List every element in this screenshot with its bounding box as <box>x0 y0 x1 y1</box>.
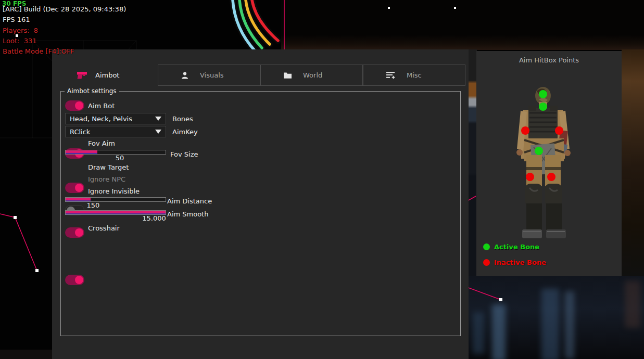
active-bone-dot-icon <box>483 243 490 250</box>
fov-aim-label: Fov Aim <box>88 139 115 147</box>
bone-point-pelvis <box>535 147 543 155</box>
ignore-invisible-toggle[interactable] <box>65 227 84 238</box>
background-bottom-right <box>469 276 644 359</box>
bones-select-value: Head, Neck, Pelvis <box>70 115 155 123</box>
light-streak <box>565 291 574 359</box>
battle-mode-status: Battle Mode [F4]:OFF <box>3 47 74 55</box>
aim-bot-label: Aim Bot <box>88 102 115 110</box>
slider-fill <box>66 150 97 154</box>
legend-inactive-bone: Inactive Bone <box>483 259 546 266</box>
legend-label: Inactive Bone <box>494 259 546 266</box>
hitbox-preview-panel: Aim HitBox Points <box>476 51 622 276</box>
legend-label: Active Bone <box>494 243 539 251</box>
light-streak <box>541 289 559 359</box>
fps-counter: FPS 161 <box>3 16 30 23</box>
aim-distance-label: Aim Distance <box>167 197 212 205</box>
tab-label: Visuals <box>200 71 224 79</box>
pistol-icon <box>77 71 87 79</box>
slider-fill <box>66 211 166 214</box>
tab-world[interactable]: World <box>260 65 363 86</box>
legend-active-bone: Active Bone <box>483 243 539 251</box>
draw-target-label: Draw Target <box>88 163 129 171</box>
loot-counter: Loot: 331 <box>3 37 36 45</box>
chevron-down-icon <box>155 130 161 134</box>
fov-size-label: Fov Size <box>170 150 198 158</box>
bone-point-neck <box>539 102 547 111</box>
draw-target-toggle[interactable] <box>65 183 84 193</box>
aim-smooth-label: Aim Smooth <box>167 210 208 218</box>
tab-label: Aimbot <box>95 71 119 79</box>
crosshair-label: Crosshair <box>88 224 120 232</box>
bones-select[interactable]: Head, Neck, Pelvis <box>65 113 166 124</box>
bone-dot-layer <box>476 51 622 276</box>
background-bottom-left <box>0 350 52 359</box>
aimkey-select-value: RClick <box>70 128 155 136</box>
aim-distance-value: 150 <box>76 201 110 209</box>
person-icon <box>181 71 189 80</box>
tab-visuals[interactable]: Visuals <box>158 65 260 86</box>
tab-aimbot[interactable]: Aimbot <box>68 65 158 86</box>
tab-label: World <box>303 71 322 79</box>
background-right-top <box>281 0 644 50</box>
bones-label: Bones <box>172 115 193 123</box>
toggle-knob <box>75 228 83 237</box>
toggle-knob <box>75 184 83 192</box>
ignore-npc-label: Ignore NPC <box>88 175 125 183</box>
tab-label: Misc <box>407 71 422 79</box>
bone-point-right-thigh <box>547 173 555 181</box>
tab-misc[interactable]: Misc <box>363 65 465 86</box>
light-streak <box>625 281 640 328</box>
bone-point-left-thigh <box>526 173 534 181</box>
bone-point-left-shoulder <box>521 126 529 135</box>
inactive-bone-dot-icon <box>483 259 490 266</box>
bone-point-right-shoulder <box>555 126 563 135</box>
crosshair-toggle[interactable] <box>65 275 84 285</box>
rainbow-graphic <box>233 0 278 51</box>
group-title: Aimbot settings <box>65 87 119 95</box>
toggle-knob <box>75 101 83 110</box>
folder-icon <box>283 72 292 79</box>
players-counter: Players: 8 <box>3 27 38 34</box>
screen: 30 FPS [ARC] Build (Dec 28 2025, 09:43:3… <box>0 0 644 359</box>
fov-size-value: 50 <box>103 154 137 162</box>
aimkey-label: AimKey <box>172 128 198 136</box>
build-info: [ARC] Build (Dec 28 2025, 09:43:38) <box>3 5 126 13</box>
ignore-invisible-label: Ignore Invisible <box>88 187 140 195</box>
aimbot-settings-group: Aimbot settings Aim Bot Head, Neck, Pelv… <box>60 91 461 336</box>
slider-fill <box>66 198 91 201</box>
aimkey-select[interactable]: RClick <box>65 126 166 137</box>
bone-point-head <box>539 90 547 98</box>
aim-bot-toggle[interactable] <box>65 100 84 111</box>
playlist-add-icon <box>386 71 396 79</box>
cheat-menu-panel: Aimbot Visuals World Misc Aimbot setting <box>52 49 469 359</box>
chevron-down-icon <box>155 117 161 121</box>
aim-smooth-value: 15.000 <box>137 214 171 222</box>
toggle-knob <box>75 276 83 284</box>
light-streak <box>473 312 484 354</box>
light-streak <box>492 304 506 359</box>
background-rust-strip <box>622 49 644 276</box>
